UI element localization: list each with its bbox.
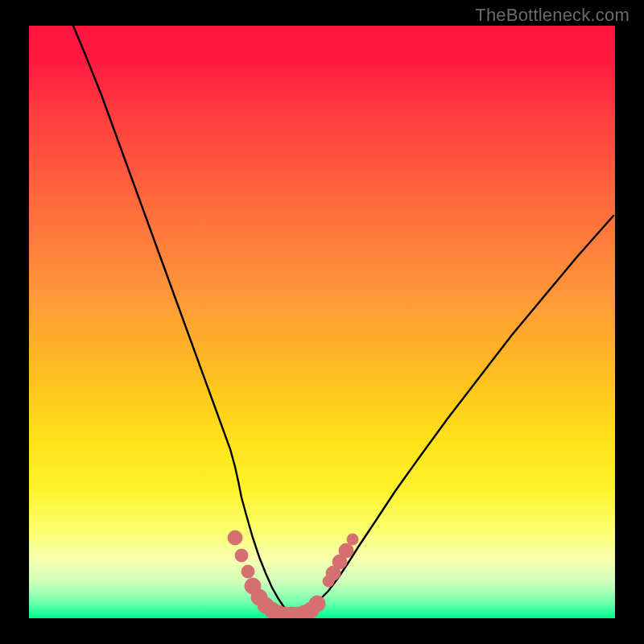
- curve-marker: [235, 549, 248, 562]
- curve-marker: [347, 534, 358, 545]
- chart-plot-area: [29, 26, 615, 618]
- curve-marker: [309, 596, 325, 612]
- curve-marker: [339, 543, 353, 558]
- curve-markers: [228, 530, 358, 618]
- curve-marker: [228, 530, 242, 545]
- bottleneck-curve: [73, 26, 613, 615]
- watermark-text: TheBottleneck.com: [475, 5, 630, 26]
- chart-svg: [29, 26, 615, 618]
- curve-marker: [242, 565, 254, 578]
- chart-frame: TheBottleneck.com: [0, 0, 644, 644]
